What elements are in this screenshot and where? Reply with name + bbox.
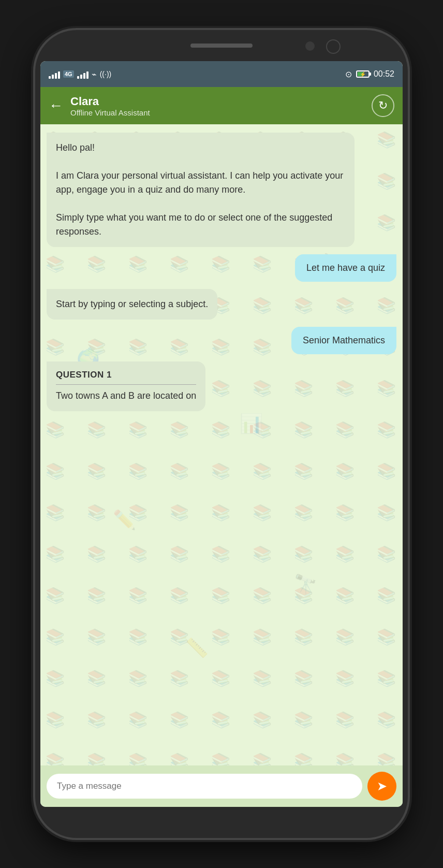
phone-camera <box>326 39 341 54</box>
phone-frame: 4G ⌁ ((·)) ⊙ ⚡ <box>35 30 408 838</box>
question-divider <box>56 384 196 385</box>
lte-badge: 4G <box>63 70 74 78</box>
refresh-icon: ↻ <box>378 99 388 112</box>
bot-subject-bubble: Start by typing or selecting a subject. <box>47 289 217 320</box>
bg-icon-5: 📊 <box>240 413 263 435</box>
usb-icon: ⌁ <box>92 69 97 79</box>
bar5 <box>77 76 79 79</box>
bg-icon-8: 📏 <box>185 637 209 659</box>
status-left: 4G ⌁ ((·)) <box>49 69 111 79</box>
location-icon: ⊙ <box>345 69 352 79</box>
bg-icon-6: ✏️ <box>113 509 136 531</box>
bar7 <box>83 73 85 79</box>
time-display: 00:52 <box>374 69 394 79</box>
signal-bars-1 <box>49 69 60 79</box>
contact-name: Clara <box>70 95 364 108</box>
bar8 <box>86 71 88 79</box>
question-bubble: QUESTION 1 Two towns A and B are located… <box>47 361 205 411</box>
bot-intro-bubble: Hello pal!I am Clara your personal virtu… <box>47 133 355 247</box>
phone-speaker <box>305 41 315 51</box>
input-bar: ➤ <box>40 765 403 807</box>
signal-bars-2 <box>77 69 88 79</box>
bar1 <box>49 76 51 79</box>
bot-subject-text: Start by typing or selecting a subject. <box>56 299 208 309</box>
phone-screen: 4G ⌁ ((·)) ⊙ ⚡ <box>40 61 403 807</box>
refresh-button[interactable]: ↻ <box>372 94 394 117</box>
phone-outer: 4G ⌁ ((·)) ⊙ ⚡ <box>0 0 443 868</box>
question-label: QUESTION 1 <box>56 370 112 380</box>
status-right: ⊙ ⚡ 00:52 <box>345 69 394 79</box>
contact-status: Offline Virtual Assistant <box>70 108 364 117</box>
bot-intro-text: Hello pal!I am Clara your personal virtu… <box>56 142 343 237</box>
user-subject-text: Senior Mathematics <box>303 335 385 345</box>
message-input[interactable] <box>47 774 362 799</box>
bar2 <box>52 75 54 79</box>
battery-container: ⚡ <box>356 70 370 78</box>
user-quiz-bubble: Let me have a quiz <box>295 254 396 282</box>
header-info: Clara Offline Virtual Assistant <box>70 95 364 117</box>
question-text: Two towns A and B are located on <box>56 390 196 401</box>
bar6 <box>80 75 82 79</box>
bg-icon-7: 🔭 <box>294 573 317 595</box>
chat-area: 📚 📐 🔬 🌍 📊 ✏️ 🔭 📏 🖊️ Hello pal!I am Clara… <box>40 124 403 765</box>
back-button[interactable]: ← <box>49 97 63 114</box>
status-bar: 4G ⌁ ((·)) ⊙ ⚡ <box>40 61 403 87</box>
send-icon: ➤ <box>377 779 387 793</box>
bar4 <box>58 71 60 79</box>
user-subject-bubble: Senior Mathematics <box>291 327 396 354</box>
bar3 <box>55 73 57 79</box>
user-quiz-text: Let me have a quiz <box>306 263 385 273</box>
wifi-icon: ((·)) <box>100 70 112 78</box>
lightning-icon: ⚡ <box>360 71 366 77</box>
chat-header: ← Clara Offline Virtual Assistant ↻ <box>40 87 403 124</box>
send-button[interactable]: ➤ <box>367 772 396 801</box>
battery-icon: ⚡ <box>356 70 370 78</box>
